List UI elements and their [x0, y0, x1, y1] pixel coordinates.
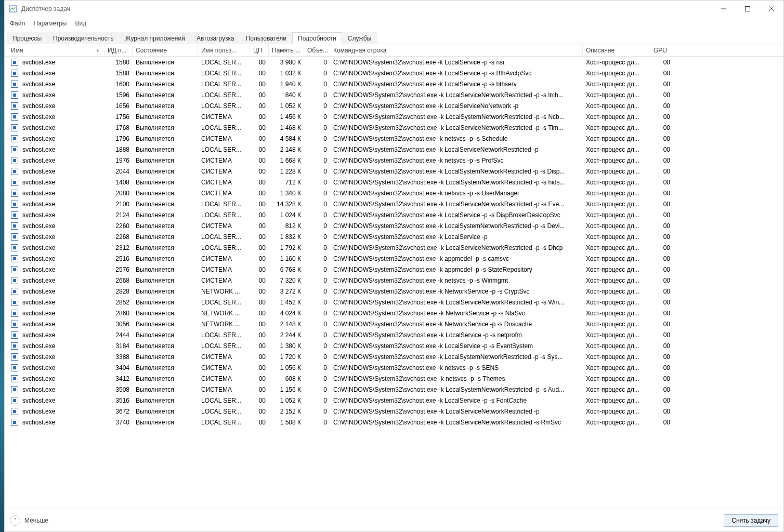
cell-pid: 2100	[104, 201, 133, 208]
cell-status: Выполняется	[133, 190, 198, 197]
column-header-cpu[interactable]: ЦП	[250, 44, 269, 56]
cell-cmdline: C:\WINDOWS\system32\svchost.exe -k Netwo…	[330, 288, 583, 295]
process-icon	[11, 233, 18, 241]
cell-name: svchost.exe	[8, 288, 104, 295]
process-icon	[11, 146, 18, 153]
cell-gpu: 00	[650, 397, 673, 404]
process-row[interactable]: svchost.exe1408ВыполняетсяСИСТЕМА00712 К…	[5, 177, 783, 188]
cell-cmdline: C:\WINDOWS\system32\svchost.exe -k appmo…	[330, 266, 583, 273]
tab-details[interactable]: Подробности	[292, 32, 342, 44]
process-row[interactable]: svchost.exe2100ВыполняетсяLOCAL SER...00…	[5, 198, 783, 209]
process-row[interactable]: svchost.exe2828ВыполняетсяNETWORK ...003…	[5, 286, 783, 297]
cell-name: svchost.exe	[8, 81, 104, 88]
process-row[interactable]: svchost.exe2668ВыполняетсяСИСТЕМА007 320…	[5, 275, 783, 286]
process-row[interactable]: svchost.exe2124ВыполняетсяLOCAL SER...00…	[5, 209, 783, 220]
process-row[interactable]: svchost.exe2852ВыполняетсяLOCAL SER...00…	[5, 297, 783, 308]
cell-cpu: 00	[250, 222, 269, 230]
process-row[interactable]: svchost.exe1756ВыполняетсяСИСТЕМА001 456…	[5, 111, 783, 122]
cell-objects: 0	[304, 353, 330, 361]
process-icon	[11, 168, 18, 175]
cell-memory: 6 768 К	[269, 266, 304, 273]
cell-objects: 0	[304, 102, 330, 110]
end-task-button[interactable]: Снять задачу	[724, 514, 778, 527]
column-header-status[interactable]: Состояние	[133, 44, 198, 56]
cell-pid: 3404	[104, 364, 133, 371]
process-rows[interactable]: svchost.exe1580ВыполняетсяLOCAL SER...00…	[5, 57, 783, 509]
process-icon	[11, 70, 18, 77]
menu-file[interactable]: Файл	[10, 20, 25, 27]
cell-objects: 0	[304, 179, 330, 186]
column-header-description[interactable]: Описание	[583, 44, 650, 56]
menu-options[interactable]: Параметры	[34, 20, 67, 27]
cell-objects: 0	[304, 157, 330, 164]
process-row[interactable]: svchost.exe2312ВыполняетсяLOCAL SER...00…	[5, 242, 783, 253]
cell-cpu: 00	[250, 342, 269, 350]
column-header-name[interactable]: Имя▴	[8, 44, 104, 56]
column-header-gpu[interactable]: GPU	[650, 44, 673, 56]
process-row[interactable]: svchost.exe3404ВыполняетсяСИСТЕМА001 056…	[5, 362, 783, 373]
tab-startup[interactable]: Автозагрузка	[191, 32, 240, 44]
cell-gpu: 00	[650, 342, 673, 350]
process-row[interactable]: svchost.exe2268ВыполняетсяLOCAL SER...00…	[5, 231, 783, 242]
cell-gpu: 00	[650, 244, 673, 251]
process-row[interactable]: svchost.exe3740ВыполняетсяLOCAL SER...00…	[5, 417, 783, 428]
column-header-memory[interactable]: Память ...	[269, 44, 304, 56]
cell-pid: 1588	[104, 70, 133, 77]
tab-services[interactable]: Службы	[342, 32, 377, 44]
process-row[interactable]: svchost.exe3672ВыполняетсяLOCAL SER...00…	[5, 406, 783, 417]
process-row[interactable]: svchost.exe3184ВыполняетсяLOCAL SER...00…	[5, 340, 783, 351]
cell-description: Хост-процесс дл...	[583, 353, 650, 361]
cell-pid: 1580	[104, 59, 133, 66]
cell-name: svchost.exe	[8, 59, 104, 66]
process-icon	[11, 190, 18, 197]
cell-name: svchost.exe	[8, 375, 104, 382]
process-row[interactable]: svchost.exe1976ВыполняетсяСИСТЕМА001 668…	[5, 155, 783, 166]
close-button[interactable]	[760, 1, 783, 17]
titlebar[interactable]: Диспетчер задач	[5, 1, 783, 17]
maximize-button[interactable]	[736, 1, 760, 17]
process-row[interactable]: svchost.exe1588ВыполняетсяLOCAL SER...00…	[5, 68, 783, 78]
process-row[interactable]: svchost.exe1596ВыполняетсяLOCAL SER...00…	[5, 89, 783, 100]
process-row[interactable]: svchost.exe2444ВыполняетсяLOCAL SER...00…	[5, 329, 783, 340]
cell-cmdline: C:\WINDOWS\System32\svchost.exe -k Local…	[330, 91, 583, 99]
tab-performance[interactable]: Производительность	[47, 32, 119, 44]
column-header-user[interactable]: Имя польз...	[198, 44, 250, 56]
cell-name: svchost.exe	[8, 146, 104, 153]
tab-processes[interactable]: Процессы	[7, 32, 47, 44]
column-header-objects[interactable]: Объе...	[304, 44, 330, 56]
cell-pid: 1596	[104, 91, 133, 99]
process-row[interactable]: svchost.exe2576ВыполняетсяСИСТЕМА006 768…	[5, 264, 783, 275]
process-row[interactable]: svchost.exe3056ВыполняетсяNETWORK ...002…	[5, 318, 783, 329]
cell-description: Хост-процесс дл...	[583, 321, 650, 328]
process-row[interactable]: svchost.exe2516ВыполняетсяСИСТЕМА001 160…	[5, 253, 783, 264]
cell-status: Выполняется	[133, 201, 198, 208]
tab-app-history[interactable]: Журнал приложений	[120, 32, 191, 44]
cell-cpu: 00	[250, 277, 269, 284]
process-row[interactable]: svchost.exe3508ВыполняетсяСИСТЕМА001 156…	[5, 384, 783, 395]
process-row[interactable]: svchost.exe2260ВыполняетсяСИСТЕМА00812 К…	[5, 220, 783, 231]
process-row[interactable]: svchost.exe1600ВыполняетсяLOCAL SER...00…	[5, 78, 783, 89]
process-row[interactable]: svchost.exe3388ВыполняетсяСИСТЕМА001 720…	[5, 351, 783, 362]
column-header-pid[interactable]: ИД п...	[104, 44, 133, 56]
menu-view[interactable]: Вид	[75, 20, 86, 27]
process-row[interactable]: svchost.exe2080ВыполняетсяСИСТЕМА001 340…	[5, 188, 783, 198]
cell-cpu: 00	[250, 146, 269, 153]
process-icon	[11, 288, 18, 295]
fewer-details-toggle[interactable]: ˄ Меньше	[10, 515, 48, 526]
process-row[interactable]: svchost.exe1888ВыполняетсяLOCAL SER...00…	[5, 144, 783, 155]
process-row[interactable]: svchost.exe1796ВыполняетсяСИСТЕМА004 584…	[5, 133, 783, 144]
process-row[interactable]: svchost.exe3516ВыполняетсяLOCAL SER...00…	[5, 395, 783, 406]
process-row[interactable]: svchost.exe3412ВыполняетсяСИСТЕМА00608 К…	[5, 373, 783, 384]
process-row[interactable]: svchost.exe2044ВыполняетсяСИСТЕМА001 228…	[5, 166, 783, 177]
cell-cpu: 00	[250, 321, 269, 328]
process-row[interactable]: svchost.exe2860ВыполняетсяNETWORK ...004…	[5, 308, 783, 318]
tab-users[interactable]: Пользователи	[240, 32, 292, 44]
cell-objects: 0	[304, 244, 330, 251]
cell-description: Хост-процесс дл...	[583, 124, 650, 131]
cell-objects: 0	[304, 233, 330, 241]
process-row[interactable]: svchost.exe1768ВыполняетсяLOCAL SER...00…	[5, 122, 783, 133]
column-header-cmdline[interactable]: Командная строка	[330, 44, 583, 56]
process-row[interactable]: svchost.exe1656ВыполняетсяLOCAL SER...00…	[5, 100, 783, 111]
minimize-button[interactable]	[712, 1, 736, 17]
process-row[interactable]: svchost.exe1580ВыполняетсяLOCAL SER...00…	[5, 57, 783, 68]
